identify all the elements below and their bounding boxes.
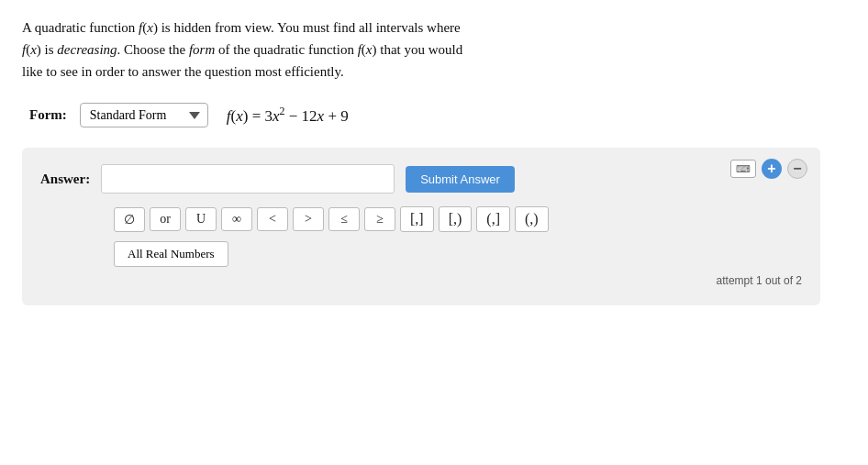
symbol-or[interactable]: or — [150, 207, 181, 231]
remove-button[interactable]: − — [787, 159, 807, 179]
answer-input[interactable] — [101, 164, 395, 194]
answer-row: Answer: Submit Answer — [40, 164, 802, 194]
submit-button[interactable]: Submit Answer — [406, 166, 515, 193]
top-right-controls: ⌨ + − — [730, 159, 807, 179]
symbol-bracket-open[interactable]: (,) — [515, 206, 549, 232]
add-button[interactable]: + — [762, 159, 782, 179]
form-row: Form: Standard Form Vertex Form Factored… — [22, 103, 846, 127]
form-select[interactable]: Standard Form Vertex Form Factored Form — [80, 103, 208, 127]
attempt-text: attempt 1 out of 2 — [40, 274, 802, 287]
answer-box: ⌨ + − Answer: Submit Answer ∅ or U ∞ < >… — [22, 148, 820, 305]
problem-text: A quadratic function f(x) is hidden from… — [22, 17, 811, 83]
form-label: Form: — [29, 107, 67, 123]
answer-label: Answer: — [40, 172, 90, 187]
symbol-less-equal[interactable]: ≤ — [328, 207, 360, 231]
problem-line1: A quadratic function f(x) is hidden from… — [22, 20, 461, 35]
symbol-less-than[interactable]: < — [257, 207, 288, 231]
symbol-row: ∅ or U ∞ < > ≤ ≥ [,] [,) (,] (,) — [40, 206, 802, 232]
problem-line2: f(x) is decreasing. Choose the form of t… — [22, 42, 462, 57]
symbol-bracket-half-open[interactable]: [,) — [439, 206, 473, 232]
math-formula: f(x) = 3x2 − 12x + 9 — [227, 105, 349, 126]
symbol-infinity[interactable]: ∞ — [221, 207, 252, 231]
symbol-bracket-closed[interactable]: [,] — [400, 206, 434, 232]
symbol-greater-than[interactable]: > — [293, 207, 324, 231]
symbol-bracket-half-open2[interactable]: (,] — [476, 206, 510, 232]
symbol-greater-equal[interactable]: ≥ — [364, 207, 395, 231]
symbol-empty-set[interactable]: ∅ — [114, 207, 145, 232]
problem-line3: like to see in order to answer the quest… — [22, 64, 344, 79]
symbol-union[interactable]: U — [185, 207, 217, 231]
keyboard-icon[interactable]: ⌨ — [730, 160, 756, 178]
all-real-numbers-button[interactable]: All Real Numbers — [114, 241, 228, 267]
